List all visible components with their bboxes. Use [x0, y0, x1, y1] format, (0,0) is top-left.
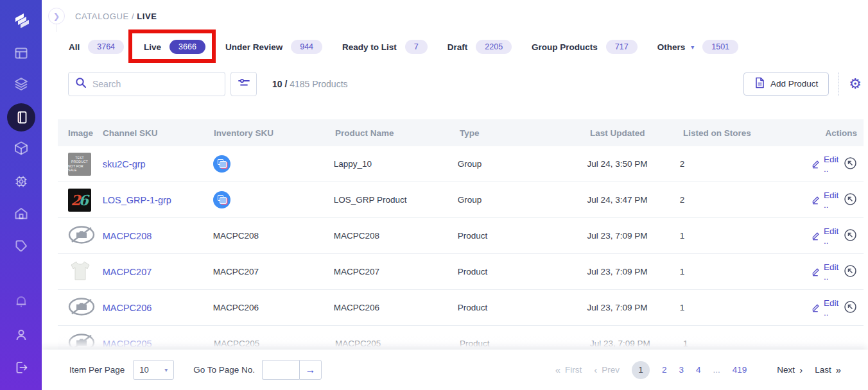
search-box — [68, 72, 225, 96]
dashboard-icon[interactable] — [0, 45, 42, 62]
logout-icon[interactable] — [0, 359, 42, 376]
channel-sku-link[interactable]: MACPC206 — [103, 303, 152, 313]
catalogue-book-icon — [7, 103, 35, 131]
channel-sku-link[interactable]: MACPC208 — [103, 231, 152, 241]
last-updated: Jul 24, 3:50 PM — [587, 159, 680, 169]
open-link-icon[interactable] — [844, 300, 857, 316]
page-ellipsis: ... — [713, 365, 720, 375]
search-input[interactable] — [92, 79, 208, 89]
edit-button[interactable]: Edit .. — [812, 191, 841, 210]
sidebar-expand-button[interactable]: ❯ — [48, 8, 65, 24]
integrations-chip-icon[interactable] — [0, 173, 42, 190]
double-chevron-right-icon: » — [836, 364, 841, 375]
page-2-link[interactable]: 2 — [662, 365, 667, 375]
chevron-left-icon: ‹ — [594, 364, 597, 375]
arrow-right-icon: → — [306, 364, 316, 376]
pencil-icon — [812, 301, 820, 314]
channel-sku-link[interactable]: MACPC207 — [103, 267, 152, 277]
chevron-right-icon: ❯ — [53, 12, 60, 21]
next-page-button[interactable]: Next › — [777, 364, 803, 375]
col-channel-sku: Channel SKU — [103, 128, 214, 138]
last-page-button[interactable]: Last » — [815, 364, 841, 375]
tag-icon[interactable] — [0, 237, 42, 254]
group-icon[interactable] — [213, 191, 230, 208]
edit-button[interactable]: Edit .. — [812, 226, 841, 246]
page-1-current[interactable]: 1 — [632, 361, 650, 379]
item-per-page-select[interactable]: 10 ▾ — [133, 360, 174, 380]
pencil-icon — [812, 230, 820, 242]
inventory-sku: MACPC207 — [213, 267, 334, 276]
goto-page-label: Go To Page No. — [193, 365, 255, 375]
first-page-button[interactable]: « First — [555, 364, 582, 375]
prev-page-button[interactable]: ‹ Prev — [594, 364, 620, 375]
channel-sku-link[interactable]: sku2C-grp — [103, 159, 146, 169]
tab-group-products[interactable]: Group Products 717 — [532, 40, 638, 54]
notifications-bell-icon[interactable] — [0, 293, 42, 310]
home-icon[interactable] — [0, 205, 42, 222]
product-type: Group — [458, 159, 587, 169]
edit-button[interactable]: Edit .. — [812, 298, 841, 318]
tab-live-count: 3666 — [169, 40, 205, 54]
tab-others-count: 1501 — [702, 40, 738, 54]
search-icon — [75, 77, 87, 91]
open-link-icon[interactable] — [844, 228, 857, 244]
pencil-icon — [812, 266, 820, 278]
pencil-icon — [812, 194, 820, 206]
page-3-link[interactable]: 3 — [679, 365, 684, 375]
group-icon[interactable] — [213, 155, 230, 173]
settings-gear-icon[interactable]: ⚙ — [849, 77, 862, 91]
edit-button[interactable]: Edit .. — [812, 262, 841, 282]
product-type: Product — [458, 231, 587, 241]
tab-group-products-count: 717 — [606, 40, 638, 54]
open-link-icon[interactable] — [844, 192, 857, 208]
col-type: Type — [460, 128, 590, 138]
goto-page-input[interactable] — [262, 360, 299, 380]
tab-all[interactable]: All 3764 — [69, 40, 124, 54]
last-updated: Jul 23, 7:09 PM — [590, 339, 683, 348]
channel-sku-link[interactable]: MACPC205 — [103, 339, 152, 349]
page-419-link[interactable]: 419 — [733, 365, 747, 375]
profile-icon[interactable] — [0, 326, 42, 343]
filter-button[interactable] — [230, 72, 257, 96]
open-link-icon[interactable] — [844, 264, 857, 280]
product-thumbnail: 26 — [68, 189, 91, 212]
goto-page-button[interactable]: → — [299, 360, 322, 380]
tab-live[interactable]: Live 3666 — [144, 40, 205, 54]
product-name: MACPC206 — [334, 303, 458, 312]
channel-sku-link[interactable]: LOS_GRP-1-grp — [103, 195, 171, 205]
last-updated: Jul 24, 3:47 PM — [587, 195, 680, 205]
breadcrumb-section: CATALOGUE — [75, 12, 129, 21]
product-name: MACPC205 — [335, 339, 460, 348]
divider — [838, 72, 839, 96]
add-product-button[interactable]: Add Product — [743, 72, 829, 96]
inventory-sku: MACPC206 — [213, 303, 334, 312]
item-per-page-label: Item Per Page — [69, 365, 125, 375]
tab-under-review-count: 944 — [291, 40, 322, 54]
status-tabs: All 3764 Live 3666 Under Review 944 Read… — [69, 36, 738, 58]
page-4-link[interactable]: 4 — [696, 365, 701, 375]
tab-under-review[interactable]: Under Review 944 — [225, 40, 322, 54]
chevron-down-icon: ▾ — [164, 366, 168, 373]
breadcrumb: CATALOGUE / LIVE — [75, 12, 157, 21]
products-count: 10 / 4185 Products — [272, 79, 348, 89]
table-row: TESTPRODUCTNOT FOR SALE sku2C-grp Lappy_… — [58, 146, 864, 182]
edit-button[interactable]: Edit .. — [812, 155, 841, 174]
tab-others[interactable]: Others ▾ 1501 — [657, 40, 738, 54]
table-row: MACPC207 MACPC207 MACPC207 Product Jul 2… — [58, 254, 864, 290]
double-chevron-left-icon: « — [555, 364, 560, 375]
product-name: Lappy_10 — [334, 159, 458, 169]
open-link-icon[interactable] — [844, 157, 857, 172]
no-image-icon — [68, 344, 95, 350]
package-icon[interactable] — [0, 140, 42, 157]
layers-icon[interactable] — [0, 76, 42, 92]
tab-ready-to-list[interactable]: Ready to List 7 — [342, 40, 428, 54]
col-product-name: Product Name — [335, 128, 460, 138]
tab-draft[interactable]: Draft 2205 — [447, 40, 512, 54]
chevron-down-icon: ▾ — [691, 44, 694, 51]
table-row: MACPC205 MACPC205 MACPC205 Product Jul 2… — [58, 326, 864, 350]
last-updated: Jul 23, 7:09 PM — [587, 267, 680, 276]
product-name: MACPC207 — [334, 267, 458, 276]
product-type: Product — [460, 339, 590, 348]
sidebar-item-catalogue[interactable] — [0, 103, 42, 131]
product-type: Product — [458, 303, 587, 312]
